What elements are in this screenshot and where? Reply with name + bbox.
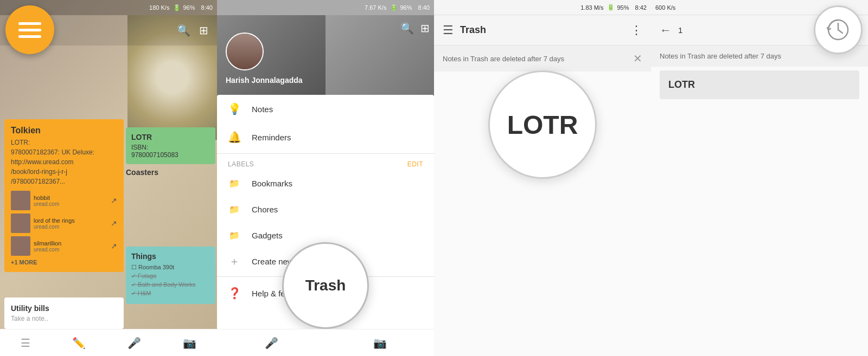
username-label: Harish Jonnalagadda — [226, 76, 303, 85]
panel3-title: Trash — [460, 24, 624, 36]
drawer-item-notes[interactable]: 💡 Notes — [217, 95, 434, 123]
panel2-status-text: 7.67 K/s 🔋96% 8:40 — [365, 4, 430, 11]
things-item-1: ☐ Roomba 390t — [131, 264, 210, 271]
panel-2-drawer: 7.67 K/s 🔋96% 8:40 🔍 ⊞ Harish Jonnalagad… — [217, 0, 434, 356]
panel3-statusbar: 1.83 M/s 🔋95% 8:42 — [434, 0, 651, 15]
hamburger-line-1 — [18, 22, 41, 25]
link-title-hobbit: hobbit — [34, 195, 59, 201]
trash-circle-overlay: Trash — [282, 242, 369, 329]
link-item-lotr: lord of the rings uread.com ↗ — [11, 213, 117, 233]
plus-icon: ＋ — [228, 255, 241, 268]
things-item-4: ✓ H&M — [131, 290, 210, 297]
panel-3-trash: 1.83 M/s 🔋95% 8:42 ☰ Trash ⋮ Notes in Tr… — [434, 0, 651, 356]
panel-4-note-detail: 600 K/s ← 1 Notes in Trash are deleted a… — [651, 0, 868, 356]
link-sub-silm: uread.com — [34, 247, 61, 253]
link-info-lotr: lord of the rings uread.com — [34, 217, 75, 230]
close-info-button[interactable]: ✕ — [633, 52, 642, 65]
panel1-bottombar: ☰ ✏️ 🎤 📷 — [0, 329, 217, 356]
panel4-status-text: 600 K/s — [655, 4, 675, 11]
tolkien-note-card[interactable]: Tolkien LOTR:9780007182367: UK Deluxe:ht… — [4, 119, 124, 272]
hamburger-line-3 — [18, 35, 41, 38]
grid-icon-p2[interactable]: ⊞ — [420, 22, 430, 35]
drawer-labels-section: Labels EDIT — [217, 156, 434, 170]
hamburger-line-2 — [18, 29, 41, 31]
panel2-statusbar: 7.67 K/s 🔋96% 8:40 — [217, 0, 434, 15]
panel3-status-text: 1.83 M/s 🔋95% 8:42 — [580, 4, 647, 11]
mic-icon[interactable]: 🎤 — [127, 336, 141, 349]
menu-icon-p3[interactable]: ☰ — [443, 23, 454, 37]
link-info-hobbit: hobbit uread.com — [34, 195, 59, 207]
back-button[interactable]: ← — [660, 23, 672, 37]
link-item-hobbit: hobbit uread.com ↗ — [11, 191, 117, 210]
lotr-circle-label: LOTR — [507, 110, 578, 140]
external-link-icon-2: ↗ — [111, 219, 117, 228]
link-thumb-lotr — [11, 213, 30, 233]
edit-labels-button[interactable]: EDIT — [407, 160, 423, 168]
folder-icon-bookmarks: 📁 — [228, 177, 241, 190]
drawer-notes-label: Notes — [252, 105, 273, 114]
tolkien-note-links: hobbit uread.com ↗ lord of the rings ure… — [11, 191, 117, 266]
folder-icon-gadgets: 📁 — [228, 229, 241, 242]
drawer-item-reminders[interactable]: 🔔 Reminders — [217, 123, 434, 151]
drawer-item-chores[interactable]: 📁 Chores — [217, 196, 434, 222]
bulb-icon: 💡 — [228, 102, 241, 115]
trash-circle-label: Trash — [305, 277, 346, 294]
things-note-list: ☐ Roomba 390t ✓ Futago ✓ Bath and Body W… — [131, 264, 210, 297]
camera-icon-p2[interactable]: 📷 — [373, 336, 387, 349]
list-view-icon[interactable]: ☰ — [21, 336, 30, 349]
lotr-note-detail-title: LOTR — [668, 79, 851, 90]
utility-bills-title: Utility bills — [11, 304, 117, 313]
link-title-lotr: lord of the rings — [34, 217, 75, 224]
panel-1-notes-main: 180 K/s 🔋96% 8:40 🔍 ⊞ Tolkien LOTR:97800… — [0, 0, 217, 356]
link-thumb-silm — [11, 236, 30, 256]
lotr-note-content: ISBN:9780007105083 — [131, 144, 210, 159]
help-icon: ❓ — [228, 287, 241, 300]
lotr-note-title: LOTR — [131, 133, 210, 141]
things-item-2: ✓ Futago — [131, 273, 210, 280]
search-icon-p2[interactable]: 🔍 — [400, 22, 414, 35]
panel3-appbar: ☰ Trash ⋮ — [434, 15, 651, 46]
drawer-divider-1 — [217, 153, 434, 154]
hamburger-menu-button[interactable] — [5, 5, 54, 54]
link-title-silm: silmarillion — [34, 240, 61, 247]
more-badge: +1 MORE — [11, 259, 117, 266]
drawer-bookmarks-label: Bookmarks — [252, 179, 292, 188]
things-note-card[interactable]: Things ☐ Roomba 390t ✓ Futago ✓ Bath and… — [126, 247, 215, 304]
panel2-bottombar: 🎤 📷 — [217, 329, 434, 356]
camera-icon[interactable]: 📷 — [183, 336, 196, 349]
drawer-gadgets-label: Gadgets — [252, 231, 283, 240]
panel1-status-text: 180 K/s 🔋96% 8:40 — [149, 4, 213, 11]
history-icon — [826, 18, 850, 42]
panel2-toolbar-icons: 🔍 ⊞ — [400, 22, 430, 35]
link-item-silm: silmarillion uread.com ↗ — [11, 236, 117, 256]
folder-icon-chores: 📁 — [228, 203, 241, 216]
mic-icon-p2[interactable]: 🎤 — [265, 336, 278, 349]
things-note-title: Things — [131, 252, 210, 261]
link-sub-hobbit: uread.com — [34, 201, 59, 207]
link-thumb-hobbit — [11, 191, 30, 210]
more-icon-p3[interactable]: ⋮ — [630, 23, 642, 37]
tolkien-note-title: Tolkien — [11, 126, 117, 135]
lotr-note-card[interactable]: LOTR ISBN:9780007105083 — [126, 127, 215, 164]
panel3-info-text: Notes in Trash are deleted after 7 days — [443, 55, 564, 63]
bell-icon: 🔔 — [228, 131, 241, 144]
history-circle-overlay[interactable] — [814, 5, 863, 54]
lotr-circle-overlay: LOTR — [488, 70, 597, 179]
lotr-note-detail-card[interactable]: LOTR — [660, 70, 859, 99]
avatar-image — [227, 34, 263, 69]
search-icon[interactable]: 🔍 — [177, 24, 190, 37]
labels-section-title: Labels — [228, 160, 254, 168]
drawer-reminders-label: Reminders — [252, 133, 291, 142]
edit-icon[interactable]: ✏️ — [72, 336, 86, 349]
coasters-note-title: Coasters — [126, 168, 158, 177]
drawer-item-bookmarks[interactable]: 📁 Bookmarks — [217, 170, 434, 196]
tolkien-note-content: LOTR:9780007182367: UK Deluxe:http://www… — [11, 138, 117, 186]
grid-icon[interactable]: ⊞ — [199, 24, 208, 37]
external-link-icon-3: ↗ — [111, 242, 117, 250]
things-item-3: ✓ Bath and Body Works — [131, 281, 210, 288]
link-sub-lotr: uread.com — [34, 224, 75, 230]
external-link-icon: ↗ — [111, 196, 117, 205]
panel3-info-bar: Notes in Trash are deleted after 7 days … — [434, 46, 651, 72]
utility-bills-note-card[interactable]: Utility bills Take a note.. — [4, 297, 124, 329]
utility-bills-placeholder: Take a note.. — [11, 315, 117, 322]
